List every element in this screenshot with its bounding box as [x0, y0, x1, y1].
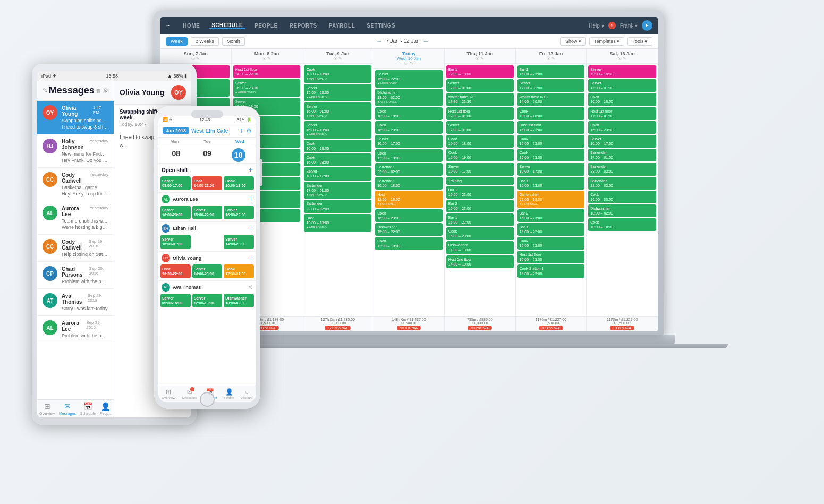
shift-block[interactable]: Server15:00 – 22:00: [375, 70, 443, 88]
shift-block[interactable]: Bartender22:00 – 02:00: [375, 163, 443, 176]
msg-item-ava[interactable]: AT Ava Thomas Sep 29, 2016 Sorry I was l…: [37, 289, 114, 316]
shift-block[interactable]: Bar 116:00 – 23:00: [517, 177, 585, 190]
shift-block[interactable]: Cook10:00 – 18:00: [588, 218, 656, 231]
shift-block[interactable]: Waiter table 1-313:30 – 21:30: [446, 93, 514, 106]
shift-block[interactable]: Bar 116:00 – 23:00: [446, 186, 514, 199]
phone-shift[interactable]: Server 15:00-22:00: [192, 206, 223, 219]
help-link[interactable]: Help ▾: [589, 23, 604, 29]
tab-month[interactable]: Month: [222, 37, 245, 46]
shift-block[interactable]: Cook12:00 – 19:00: [446, 149, 514, 161]
tab-schedule[interactable]: 📅 Schedule: [80, 402, 96, 415]
shift-block[interactable]: Server10:00 – 17:00: [375, 135, 443, 148]
phone-shift[interactable]: Server 16:00-23:00: [160, 206, 191, 219]
phone-shift[interactable]: Server 09:00-15:00: [160, 294, 191, 307]
shift-block[interactable]: Bar 216:00 – 23:00: [446, 200, 514, 212]
shift-block[interactable]: Server16:00 – 01:00: [304, 102, 371, 120]
shift-block[interactable]: Dishwasher18:00 – 02:00: [375, 89, 443, 106]
nav-people[interactable]: PEOPLE: [252, 23, 280, 29]
phone-home-button[interactable]: [200, 392, 215, 407]
aurora-add-btn[interactable]: +: [249, 195, 253, 203]
shift-block[interactable]: Waiter table 6-1014:00 – 20:00: [517, 93, 585, 106]
ava-close-btn[interactable]: ✕: [248, 284, 253, 291]
msg-item-aurora2[interactable]: AL Aurora Lee Sep 29, 2016 Problem with …: [37, 316, 114, 343]
shift-block[interactable]: Server17:00 – 01:00: [446, 79, 514, 92]
phone-shift-cook[interactable]: Cook 10:00-18:00: [224, 176, 254, 190]
phone-shift-host[interactable]: Host 14:00-22:00: [192, 176, 223, 190]
phone-shift[interactable]: Server 14:00-20:00: [224, 235, 254, 249]
shift-block[interactable]: Host 1st floor16:00 – 23:00: [517, 121, 585, 134]
shift-block[interactable]: Cook16:00 – 23:00: [517, 135, 585, 148]
shift-block[interactable]: Host 1st floor17:00 – 01:00: [588, 107, 656, 120]
nav-schedule[interactable]: SCHEDULE: [209, 22, 245, 29]
pnav-messages[interactable]: ✉1 Messages: [182, 388, 197, 399]
shift-block[interactable]: Bartender22:00 – 02:00: [588, 163, 656, 175]
notification-badge[interactable]: 1: [608, 22, 616, 29]
shift-block[interactable]: Cook16:00 – 23:00: [375, 121, 443, 134]
nav-home[interactable]: HOME: [181, 23, 202, 29]
shift-block[interactable]: Server17:00 – 01:00: [517, 79, 585, 92]
shift-block[interactable]: Cook16:00 – 23:00: [446, 227, 514, 240]
shift-block[interactable]: Cook16:00 – 23:00: [304, 153, 371, 166]
user-avatar[interactable]: F: [642, 20, 652, 31]
shift-block[interactable]: Bar 115:00 – 22:00: [517, 223, 585, 236]
shift-block[interactable]: Server17:00 – 01:00: [446, 121, 514, 134]
phone-shift[interactable]: Server 14:00-23:00: [192, 264, 223, 278]
shift-block[interactable]: Training: [446, 177, 514, 185]
user-menu[interactable]: Frank ▾: [620, 23, 638, 29]
shift-block[interactable]: Bar 216:00 – 23:00: [517, 209, 585, 222]
ethan-add-btn[interactable]: +: [249, 225, 253, 232]
shift-block[interactable]: Cook10:00 – 18:00: [446, 135, 514, 148]
tab-2weeks[interactable]: 2 Weeks: [191, 37, 219, 46]
shift-block[interactable]: Server17:00 – 01:00: [588, 79, 656, 92]
shift-block[interactable]: Dishwasher18:00 – 02:00: [588, 204, 656, 217]
shift-block[interactable]: Bartender22:00 – 02:00: [304, 200, 371, 212]
shift-block[interactable]: Cook12:00 – 18:00: [375, 237, 443, 250]
pnav-people[interactable]: 👤 People: [224, 388, 234, 399]
shift-block[interactable]: Cook10:00 – 18:00: [588, 93, 656, 106]
shift-block[interactable]: Cook16:00 – 23:00: [588, 121, 656, 134]
phone-shift[interactable]: Host 16:30-22:30: [160, 264, 191, 278]
nav-payroll[interactable]: PAYROLL: [327, 23, 358, 29]
add-btn[interactable]: +: [240, 126, 244, 135]
phone-shift[interactable]: Server 16:00-22:00: [224, 206, 254, 219]
shift-block[interactable]: Host 1st floor17:00 – 01:00: [446, 107, 514, 120]
show-btn[interactable]: Show ▾: [560, 37, 586, 46]
msg-item-chad[interactable]: CP Chad Parsons Sep 29, 2016 Problem wit…: [37, 262, 114, 289]
shift-block[interactable]: Bartender10:00 – 18:00: [375, 177, 443, 190]
shift-block[interactable]: Server10:00 – 17:00: [304, 167, 371, 180]
tab-overview[interactable]: ⊞ Overview: [39, 402, 55, 415]
pnav-overview[interactable]: ⊞ Overview: [162, 388, 175, 399]
shift-block[interactable]: Host 1st floor16:00 – 23:00: [517, 251, 585, 263]
shift-block[interactable]: Server10:00 – 17:00: [517, 163, 585, 175]
shift-block[interactable]: Bar 115:00 – 22:00: [446, 213, 514, 226]
shift-block[interactable]: Cook10:00 – 18:00: [517, 107, 585, 120]
msg-item-cody[interactable]: CC Cody Cadwell Yesterday Basketball gam…: [37, 168, 114, 201]
shift-block[interactable]: Bar 116:00 – 23:00: [517, 65, 585, 78]
next-week-btn[interactable]: →: [423, 38, 429, 45]
templates-btn[interactable]: Templates ▾: [589, 37, 625, 46]
nav-reports[interactable]: REPORTS: [287, 23, 319, 29]
shift-block[interactable]: Server15:00 – 22:00: [304, 84, 371, 101]
msg-item-aurora[interactable]: AL Aurora Lee Yesterday Team brunch this…: [37, 201, 114, 235]
shift-block[interactable]: Cook10:00 – 18:00: [304, 140, 371, 152]
phone-shift[interactable]: Cook 17:00-01:00: [224, 264, 254, 278]
shift-block-forsale[interactable]: Host12:00 – 18:00: [375, 191, 443, 208]
phone-shift[interactable]: Dishwasher 18:00-02:00: [224, 294, 254, 307]
shift-block[interactable]: Server12:00 – 19:00: [588, 65, 656, 78]
shift-block[interactable]: Cook10:00 – 18:00: [375, 107, 443, 120]
prev-week-btn[interactable]: ←: [376, 38, 383, 45]
shift-block[interactable]: Cook15:00 – 23:00: [517, 149, 585, 161]
nav-settings[interactable]: SETTINGS: [364, 23, 397, 29]
shift-block[interactable]: Cook12:00 – 19:00: [375, 149, 443, 162]
tab-messages[interactable]: ✉ Messages: [59, 402, 76, 415]
shift-block[interactable]: Server16:00 – 19:00: [304, 121, 371, 139]
filter-btn[interactable]: ⚙: [246, 127, 252, 134]
tab-week[interactable]: Week: [166, 37, 188, 46]
msg-item-olivia[interactable]: OY Olivia Young 1:47 PM Swapping shifts …: [37, 101, 114, 134]
shift-block[interactable]: Bartender22:00 – 02:00: [588, 177, 656, 190]
phone-shift[interactable]: Server 12:00-19:00: [192, 294, 223, 307]
shift-block[interactable]: Dishwasher11:00 – 18:00: [446, 241, 514, 254]
shift-block[interactable]: Host 1st floor14:00 – 22:00: [233, 65, 301, 78]
shift-block-forsale[interactable]: Dishwasher11:00 – 18:00: [517, 191, 585, 208]
tools-btn[interactable]: Tools ▾: [627, 37, 652, 46]
